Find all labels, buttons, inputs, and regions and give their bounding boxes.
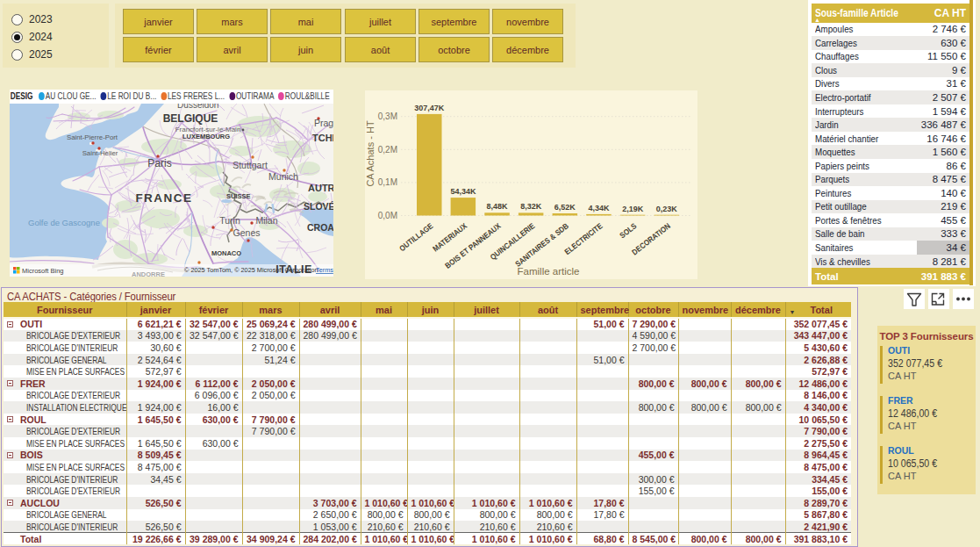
svg-text:0,3M: 0,3M: [378, 112, 397, 121]
svg-text:Milan: Milan: [255, 215, 277, 226]
svg-text:4,34K: 4,34K: [588, 204, 610, 212]
svg-text:SOLS: SOLS: [618, 221, 639, 241]
svg-text:BOIS ET PANNEAUX: BOIS ET PANNEAUX: [443, 221, 503, 270]
svg-text:BELGIQUE: BELGIQUE: [163, 112, 218, 125]
svg-text:Saint-Helier: Saint-Helier: [82, 149, 118, 157]
svg-text:LUXEMBOURG: LUXEMBOURG: [182, 133, 230, 140]
svg-text:8,48K: 8,48K: [486, 202, 508, 211]
svg-text:SUISSE: SUISSE: [226, 192, 251, 200]
svg-text:OUTILLAGE: OUTILLAGE: [397, 221, 435, 254]
svg-text:0,23K: 0,23K: [656, 205, 678, 213]
svg-text:307,47K: 307,47K: [414, 104, 445, 112]
svg-text:0,1M: 0,1M: [378, 177, 397, 187]
svg-text:8,32K: 8,32K: [520, 202, 542, 211]
svg-text:Microsoft Bing: Microsoft Bing: [22, 267, 64, 275]
svg-text:ELECTRICITE: ELECTRICITE: [562, 221, 604, 257]
svg-text:Pragu: Pragu: [314, 118, 333, 128]
svg-text:Stuttgart: Stuttgart: [232, 160, 268, 170]
svg-text:Düsseldorf: Düsseldorf: [177, 104, 219, 110]
svg-text:Famille article: Famille article: [518, 266, 580, 277]
svg-text:Paris: Paris: [147, 157, 171, 169]
svg-text:SLOVÉN: SLOVÉN: [304, 201, 333, 212]
svg-text:MONACO: MONACO: [211, 249, 241, 257]
svg-text:FRANCE: FRANCE: [135, 191, 192, 205]
svg-text:0,2M: 0,2M: [378, 145, 397, 155]
svg-text:6,52K: 6,52K: [554, 203, 576, 212]
svg-text:Munich: Munich: [268, 171, 298, 182]
svg-text:Terms: Terms: [316, 266, 333, 274]
svg-text:CROATI: CROATI: [307, 222, 333, 233]
svg-text:CA Achats - HT: CA Achats - HT: [365, 120, 376, 186]
svg-text:Genes: Genes: [233, 227, 261, 238]
svg-text:54,34K: 54,34K: [450, 187, 476, 196]
svg-text:Turin: Turin: [219, 215, 240, 226]
svg-text:Golfe de Gascogne: Golfe de Gascogne: [28, 218, 100, 227]
svg-text:2,19K: 2,19K: [622, 205, 644, 213]
svg-text:AUTRICH: AUTRICH: [308, 183, 333, 193]
svg-text:0,0M: 0,0M: [378, 211, 397, 220]
svg-text:TCHÉ: TCHÉ: [312, 133, 333, 143]
svg-text:© 2025 TomTom, © 2025 Microsof: © 2025 TomTom, © 2025 Microsoft Corporat…: [184, 266, 318, 274]
svg-text:Saint-Pierre-Port: Saint-Pierre-Port: [67, 133, 118, 141]
